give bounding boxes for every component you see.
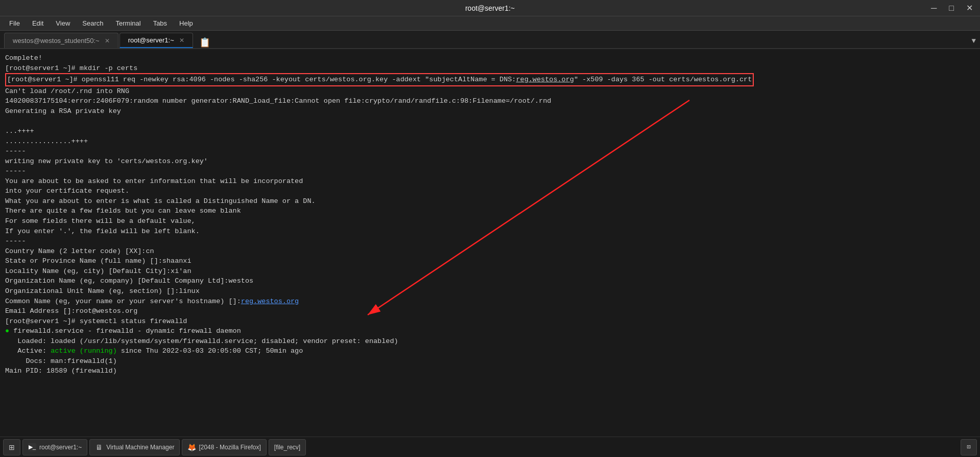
- line-dots1: ...++++: [5, 126, 975, 136]
- line-active: Active: active (running) since Thu 2022-…: [5, 346, 975, 356]
- tab-westos[interactable]: westos@westos_student50:~ ✕: [4, 33, 118, 48]
- line-empty1: [5, 116, 975, 126]
- line-generating: Generating a RSA private key: [5, 106, 975, 117]
- line-email: Email Address []:root@westos.org: [5, 306, 975, 316]
- taskbar-virt-manager[interactable]: 🖥 Virtual Machine Manager: [89, 439, 180, 455]
- line-dash2: -----: [5, 166, 975, 176]
- line-locality: Locality Name (eg, city) [Default City]:…: [5, 266, 975, 277]
- taskbar-corner-button[interactable]: ⊡: [961, 439, 977, 455]
- tab-scroll-arrow[interactable]: ▼: [972, 37, 976, 45]
- taskbar-file-label: [file_recv]: [274, 444, 300, 451]
- firefox-icon: 🦊: [187, 443, 196, 451]
- menu-tabs[interactable]: Tabs: [148, 18, 172, 28]
- line-dash3: -----: [5, 236, 975, 246]
- taskbar-vm-label: Virtual Machine Manager: [106, 444, 174, 451]
- close-button[interactable]: ✕: [963, 2, 976, 14]
- new-tab-button[interactable]: 📋: [196, 37, 213, 48]
- line-commonname: Common Name (eg, your name or your serve…: [5, 296, 975, 307]
- line-info3: What you are about to enter is what is c…: [5, 196, 975, 207]
- line-orgunit: Organizational Unit Name (eg, section) […: [5, 286, 975, 296]
- menu-view[interactable]: View: [51, 18, 75, 28]
- menu-search[interactable]: Search: [77, 18, 108, 28]
- terminal-content[interactable]: Complete! [root@server1 ~]# mkdir -p cer…: [0, 49, 980, 437]
- line-openssl: [root@server1 ~]# openssl11 req -newkey …: [5, 73, 975, 86]
- line-dash1: -----: [5, 146, 975, 156]
- line-writing: writing new private key to 'certs/westos…: [5, 156, 975, 167]
- line-complete: Complete!: [5, 53, 975, 63]
- menu-help[interactable]: Help: [174, 18, 198, 28]
- title-bar-title: root@server1:~: [465, 4, 515, 12]
- line-firewalld-service: ● firewalld.service - firewalld - dynami…: [5, 326, 975, 336]
- title-bar: root@server1:~ ─ □ ✕: [0, 0, 980, 16]
- title-bar-controls: ─ □ ✕: [928, 2, 976, 14]
- maximize-button[interactable]: □: [946, 3, 957, 14]
- line-country: Country Name (2 letter code) [XX]:cn: [5, 246, 975, 257]
- menu-edit[interactable]: Edit: [27, 18, 49, 28]
- line-rng-error: 140200837175104:error:2406F079:random nu…: [5, 96, 975, 106]
- minimize-button[interactable]: ─: [928, 3, 940, 14]
- line-info1: You are about to be asked to enter infor…: [5, 176, 975, 187]
- line-state: State or Province Name (full name) []:sh…: [5, 256, 975, 266]
- tab-westos-close[interactable]: ✕: [105, 37, 110, 44]
- taskbar-terminal[interactable]: ▶_ root@server1:~: [22, 439, 87, 455]
- line-docs: Docs: man:firewalld(1): [5, 356, 975, 367]
- line-org: Organization Name (eg, company) [Default…: [5, 276, 975, 286]
- menu-file[interactable]: File: [4, 18, 25, 28]
- line-loaded: Loaded: loaded (/usr/lib/systemd/system/…: [5, 336, 975, 347]
- line-info4: There are quite a few fields but you can…: [5, 206, 975, 216]
- tab-root-close[interactable]: ✕: [179, 37, 184, 44]
- taskbar-firefox-label: [2048 - Mozilla Firefox]: [199, 444, 260, 451]
- taskbar-firefox[interactable]: 🦊 [2048 - Mozilla Firefox]: [182, 439, 266, 455]
- line-systemctl: [root@server1 ~]# systemctl status firew…: [5, 316, 975, 327]
- tab-westos-label: westos@westos_student50:~: [13, 37, 100, 44]
- line-info6: If you enter '.', the field will be left…: [5, 226, 975, 237]
- line-dots2: ................++++: [5, 136, 975, 147]
- line-mkdir: [root@server1 ~]# mkdir -p certs: [5, 63, 975, 74]
- line-pid: Main PID: 18589 (firewalld): [5, 366, 975, 376]
- taskbar-show-desktop[interactable]: ⊞: [3, 439, 20, 455]
- menu-terminal[interactable]: Terminal: [111, 18, 146, 28]
- tab-root[interactable]: root@server1:~ ✕: [119, 33, 193, 48]
- vm-icon: 🖥: [95, 443, 103, 451]
- taskbar-file-recv[interactable]: [file_recv]: [269, 439, 306, 455]
- menu-bar: File Edit View Search Terminal Tabs Help: [0, 16, 980, 31]
- taskbar-corner: ⊡: [961, 439, 977, 455]
- tab-root-label: root@server1:~: [128, 36, 174, 44]
- line-info2: into your certificate request.: [5, 186, 975, 196]
- taskbar: ⊞ ▶_ root@server1:~ 🖥 Virtual Machine Ma…: [0, 437, 980, 457]
- taskbar-terminal-label: root@server1:~: [39, 444, 82, 451]
- tab-bar: westos@westos_student50:~ ✕ root@server1…: [0, 31, 980, 49]
- line-rnd-warn: Can't load /root/.rnd into RNG: [5, 86, 975, 97]
- terminal-icon: ▶_: [28, 443, 36, 451]
- line-info5: For some fields there will be a default …: [5, 216, 975, 226]
